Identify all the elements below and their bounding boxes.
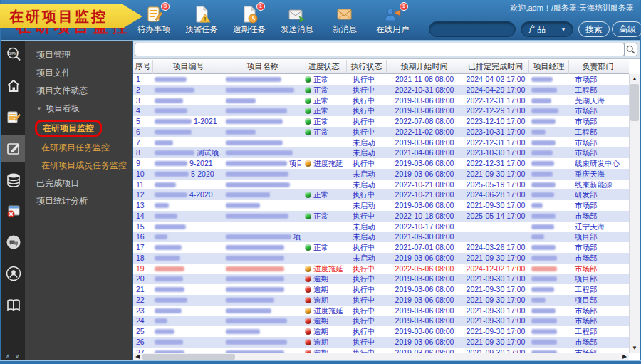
cell-code (153, 316, 224, 326)
sidebar-item-project-board[interactable]: ▼项目看板 (25, 100, 132, 118)
table-row[interactable]: 14正常执行中2022-10-18 08:002025-05-14 17:00市… (133, 211, 629, 222)
redacted-text (226, 182, 290, 187)
vertical-scrollbar-thumb[interactable] (630, 84, 639, 121)
progress-status-label: 正常 (313, 85, 328, 94)
scroll-down-arrow-icon[interactable]: ▼ (630, 343, 640, 353)
sidebar-tool-window-close-button[interactable] (1, 197, 25, 224)
search-input[interactable] (429, 21, 516, 37)
sidebar-tool-sipm-search-button[interactable]: SIPM (1, 41, 25, 68)
sidebar-tool-broadcast-user-button[interactable] (1, 260, 25, 287)
sidebar-tool-book-button[interactable] (1, 291, 25, 318)
sidebar-tool-notes-button[interactable] (1, 103, 25, 130)
cell-exec: 执行中 (347, 274, 387, 284)
sidebar-tool-home-button[interactable] (1, 72, 25, 99)
toolbar-new-message-button[interactable]: 新消息 (324, 5, 365, 35)
department-label: 市场部 (575, 148, 598, 157)
search-button[interactable]: 搜索 (578, 21, 610, 37)
table-row[interactable]: 20逾期执行中2019-03-06 08:002021-09-30 17:00项… (133, 274, 629, 284)
table-row[interactable]: 5 1-2021正常执行中2022-07-08 08:002023-12-10 … (133, 116, 629, 127)
sidebar-item-project-statistics[interactable]: 项目统计分析 (25, 192, 132, 210)
table-row[interactable]: 1正常执行中2021-11-08 08:002024-04-02 17:00市场… (133, 74, 629, 85)
cell-end: 2021-09-30 17:00 (462, 295, 529, 306)
toolbar-warning-task-button[interactable]: !预警任务 (181, 5, 222, 35)
sidebar-tool-edit-button[interactable] (1, 135, 25, 162)
toolbar-todo-button[interactable]: 3待办事项 (133, 5, 174, 35)
table-row[interactable]: 23进度拖延执行中2019-03-06 08:002021-09-30 17:0… (133, 306, 629, 316)
cell-code: 9-2021 (153, 158, 224, 169)
redacted-text (531, 182, 556, 187)
column-header-exec[interactable]: 执行状态 (347, 60, 387, 74)
horizontal-scrollbar-thumb[interactable] (142, 354, 235, 360)
scroll-up-arrow-icon[interactable]: ▲ (630, 74, 640, 83)
table-row[interactable]: 8 测试项..未启动2021-04-06 08:002023-10-30 17:… (133, 147, 629, 158)
redacted-text (531, 318, 557, 323)
sidebar-tool-database-button[interactable] (1, 166, 25, 193)
column-header-start[interactable]: 预期开始时间 (387, 60, 462, 74)
sidebar-item-project-management[interactable]: 项目管理 (25, 46, 132, 64)
column-header-name[interactable]: 项目名称 (224, 60, 301, 74)
sidebar-item-project-files[interactable]: 项目文件 (25, 64, 132, 82)
cell-mgr (529, 232, 569, 242)
toolbar-send-message-button[interactable]: 发送消息 (276, 5, 318, 35)
scheduled-finish-time: 2021-09-30 17:00 (467, 254, 526, 262)
cell-dept: 线束研发中心 (569, 158, 627, 169)
table-row[interactable]: 27逾期执行中2019-03-06 08:002021-09-30 17:00市… (133, 348, 629, 353)
table-row[interactable]: 19进度拖延执行中2022-05-06 08:002024-12-02 17:0… (133, 264, 629, 274)
scroll-right-arrow-icon[interactable]: ▶ (620, 353, 629, 360)
row-number: 9 (136, 159, 140, 167)
table-row[interactable]: 11未启动2022-10-21 08:002025-05-19 17:00线束新… (133, 180, 629, 190)
table-header-row: 序号项目编号项目名称进度状态执行状态预期开始时间已排定完成时间项目经理负责部门 (133, 60, 629, 74)
table-row[interactable]: 17正常执行中2021-07-01 08:002024-03-26 17:00市… (133, 242, 629, 253)
search-icon (626, 45, 635, 54)
cell-no: 26 (133, 337, 153, 348)
cell-no: 14 (133, 211, 153, 222)
expander-triangle-icon: ▼ (36, 100, 42, 118)
table-row[interactable]: 22逾期执行中2019-03-06 08:002021-09-30 17:00项… (133, 295, 629, 306)
table-search-button[interactable] (624, 43, 637, 56)
sidebar-item-active-project-member-task-monitor[interactable]: 在研项目成员任务监控 (25, 157, 132, 175)
column-header-progress[interactable]: 进度状态 (301, 60, 347, 74)
table-row[interactable]: 7未启动2019-03-06 08:002022-12-31 17:00市场部 (133, 137, 629, 148)
table-filter-bar (133, 41, 640, 59)
scroll-left-arrow-icon[interactable]: ◀ (133, 353, 142, 360)
redacted-text (226, 108, 287, 113)
sidebar-item-project-file-activity[interactable]: 项目文件动态 (25, 82, 132, 100)
table-row[interactable]: 12 4-2020正常执行中2022-10-21 08:002024-06-28… (133, 189, 629, 200)
table-row[interactable]: 24逾期执行中2019-03-06 08:002021-09-30 17:00市… (133, 316, 629, 326)
advanced-button[interactable]: 高级 (612, 21, 641, 37)
table-row[interactable]: 25逾期执行中2019-03-06 08:002021-09-30 17:00工… (133, 326, 629, 337)
column-header-dept[interactable]: 负责部门 (569, 60, 627, 74)
toolbar-overdue-task-button[interactable]: 1逾期任务 (229, 5, 270, 35)
category-select[interactable]: 产品 ▼ (521, 21, 573, 37)
column-header-end[interactable]: 已排定完成时间 (462, 60, 529, 74)
sidebar-item-completed-projects[interactable]: 已完成项目 (25, 175, 132, 192)
table-row[interactable]: 4正常执行中2019-03-06 08:002022-12-29 17:00市场… (133, 105, 629, 116)
table-row[interactable]: 21逾期执行中2019-03-06 08:002021-09-30 17:00工… (133, 284, 629, 295)
svg-text:!: ! (204, 16, 207, 23)
sidebar-item-active-project-task-monitor[interactable]: 在研项目任务监控 (25, 139, 132, 157)
table-row[interactable]: 10 5-2020未启动2019-03-06 08:002021-09-30 1… (133, 169, 629, 180)
horizontal-scrollbar[interactable]: ◀ ▶ (133, 353, 629, 360)
vertical-scrollbar[interactable]: ▲ ▼ (629, 74, 640, 353)
column-header-code[interactable]: 项目编号 (153, 60, 224, 74)
cell-mgr (529, 253, 569, 264)
table-row[interactable]: 15未启动2022-10-17 08:00辽宁天海 (133, 222, 629, 232)
table-filter-input[interactable] (135, 43, 625, 56)
table-row[interactable]: 6正常执行中2022-11-02 08:002023-10-31 17:00工程… (133, 127, 629, 137)
column-header-no[interactable]: 序号 (133, 60, 153, 74)
scheduled-finish-time: 2021-09-30 17:00 (467, 170, 526, 178)
table-row[interactable]: 16 项目未启动2021-09-30 08:00项目部 (133, 232, 629, 242)
table-row[interactable]: 26逾期执行中2019-03-06 08:002021-09-30 17:00市… (133, 337, 629, 348)
table-row[interactable]: 2正常执行中2022-10-31 08:002024-04-29 17:00工程… (133, 85, 629, 95)
column-header-mgr[interactable]: 项目经理 (529, 60, 569, 74)
sidebar-tool-chat-button[interactable] (1, 229, 25, 256)
sidebar-scroll-chevrons[interactable]: ∧ ∨ (1, 353, 25, 360)
status-normal-icon (305, 213, 311, 219)
table-row[interactable]: 3正常执行中2019-03-06 08:002022-12-31 17:00芜湖… (133, 95, 629, 106)
table-row[interactable]: 13未启动2019-03-06 08:002021-09-30 17:00市场部 (133, 200, 629, 211)
table-row[interactable]: 9 9-2021 项目进度拖延执行中2019-03-06 08:002022-1… (133, 158, 629, 169)
sidebar-item-active-project-monitor[interactable]: 在研项目监控 (25, 118, 132, 139)
toolbar-online-users-button[interactable]: 1在线用户 (372, 5, 413, 35)
table-row[interactable]: 18未启动2019-03-06 08:002021-09-30 17:00市场部 (133, 253, 629, 264)
cell-name (224, 189, 301, 200)
